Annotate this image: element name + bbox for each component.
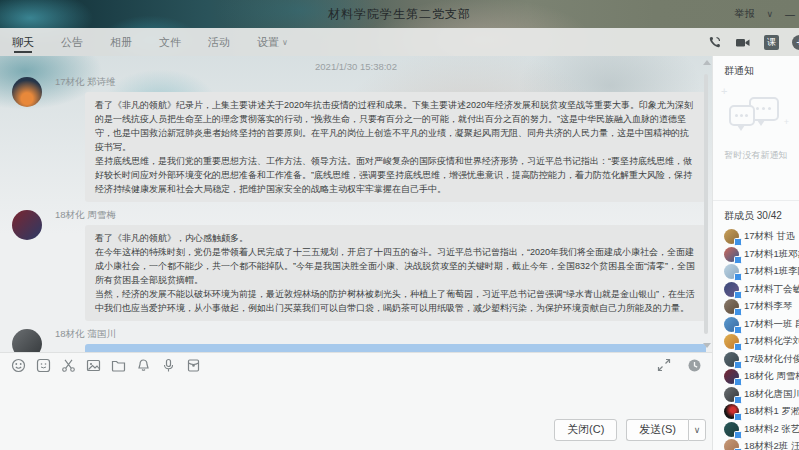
minimize-button[interactable]: —	[785, 9, 795, 20]
member-avatar	[724, 387, 739, 402]
group-notice-empty-state: 暂时没有新通知	[713, 83, 799, 201]
member-list-item[interactable]: 17材料化学刘语	[713, 333, 799, 351]
member-avatar	[724, 229, 739, 244]
message-timestamp: 2021/1/30 15:38:02	[0, 56, 712, 76]
audio-icon[interactable]	[160, 357, 176, 373]
chat-message-selected: 18材化 蒲国川 观看了纪录片《非凡的领航》，让我感触最多的就是：震撼、感动、自…	[85, 328, 706, 352]
member-list-item[interactable]: 18材化唐国川	[713, 386, 799, 404]
member-avatar	[724, 404, 739, 419]
member-avatar	[724, 334, 739, 349]
message-bubble[interactable]: 看了《非凡的领航》纪录片，上集主要讲述关于2020年抗击疫情的过程和成果。下集主…	[85, 92, 706, 202]
member-list-item[interactable]: 17材料1班李阳阳	[713, 263, 799, 281]
send-options-dropdown[interactable]: ∨	[688, 419, 706, 441]
member-avatar	[724, 264, 739, 279]
close-button[interactable]: 关闭(C)	[554, 419, 617, 441]
member-name: 18材料2班 汪文婷	[744, 440, 799, 450]
voice-call-icon[interactable]	[706, 34, 722, 50]
report-button[interactable]: 举报	[734, 7, 754, 21]
chat-message-area: 2021/1/30 15:38:02 17材化 郑诗维 看了《非凡的领航》纪录片…	[0, 56, 712, 352]
group-sidebar: 群通知 暂时没有新通知 群成员 30/42 17材料 甘迅 17材料1班邓鑫鑫 …	[712, 56, 799, 450]
member-avatar	[724, 282, 739, 297]
member-avatar	[724, 369, 739, 384]
member-list-item[interactable]: 17材料李琴	[713, 298, 799, 316]
avatar[interactable]	[12, 329, 42, 352]
member-list: 17材料 甘迅 17材料1班邓鑫鑫 17材料1班李阳阳 17材料丁会敏 17材料…	[713, 228, 799, 450]
member-list-item[interactable]: 18材料2班 汪文婷	[713, 438, 799, 450]
composer-buttons: 关闭(C) 发送(S) ∨	[0, 418, 712, 450]
chat-scrollbar[interactable]	[701, 58, 711, 350]
titlebar: 材料学院学生第二党支部 举报 ∨ —	[0, 0, 799, 28]
tab-activities[interactable]: 活动	[208, 28, 230, 56]
avatar[interactable]	[12, 210, 42, 240]
member-name: 17材料一班 段峰	[744, 318, 799, 331]
member-list-item[interactable]: 17材料一班 段峰	[713, 316, 799, 334]
message-input[interactable]	[2, 377, 710, 418]
emoji-icon[interactable]	[10, 357, 26, 373]
member-name: 18材化 周雪梅	[744, 370, 799, 383]
member-name: 18材料1 罗淞	[744, 405, 799, 418]
message-sender: 17材化 郑诗维	[55, 76, 706, 89]
chevron-down-icon: ∨	[282, 38, 288, 47]
member-avatar	[724, 317, 739, 332]
avatar[interactable]	[12, 77, 42, 107]
member-list-item[interactable]: 18材料2 张艺	[713, 421, 799, 439]
red-packet-icon[interactable]	[185, 357, 201, 373]
group-members-header: 群成员 30/42	[713, 201, 799, 228]
message-bubble[interactable]: 看了《非凡的领航》，内心感触颇多。 在今年这样的特殊时刻，党仍是带领着人民完成了…	[85, 225, 706, 321]
tab-chat[interactable]: 聊天	[12, 28, 34, 56]
member-list-item[interactable]: 17级材化付俊杰	[713, 351, 799, 369]
classroom-icon[interactable]: 课	[764, 35, 779, 50]
message-history-icon[interactable]	[686, 357, 702, 373]
sticker-icon[interactable]	[35, 357, 51, 373]
message-sender: 18材化 蒲国川	[55, 328, 706, 341]
member-name: 17级材化付俊杰	[744, 353, 799, 366]
member-avatar	[724, 299, 739, 314]
tab-files[interactable]: 文件	[159, 28, 181, 56]
member-name: 18材料2 张艺	[744, 423, 799, 436]
image-icon[interactable]	[85, 357, 101, 373]
tab-announcements[interactable]: 公告	[61, 28, 83, 56]
composer: 关闭(C) 发送(S) ∨	[0, 352, 712, 450]
tab-bar: 聊天 公告 相册 文件 活动 设置∨ 课 +	[0, 28, 799, 56]
notice-empty-text: 暂时没有新通知	[713, 149, 799, 162]
tab-album[interactable]: 相册	[110, 28, 132, 56]
member-name: 17材料李琴	[744, 300, 793, 313]
member-list-item[interactable]: 17材料1班邓鑫鑫	[713, 246, 799, 264]
member-name: 17材料 甘迅	[744, 230, 795, 243]
member-list-item[interactable]: 17材料 甘迅	[713, 228, 799, 246]
member-name: 17材料1班邓鑫鑫	[744, 248, 799, 261]
member-list-item[interactable]: 17材料丁会敏	[713, 281, 799, 299]
file-icon[interactable]	[110, 357, 126, 373]
member-name: 17材料丁会敏	[744, 283, 799, 296]
header-photo-banner: 材料学院学生第二党支部 举报 ∨ — 聊天 公告 相册 文件 活动 设置∨ 课	[0, 0, 799, 56]
chevron-down-icon[interactable]: ∨	[766, 9, 773, 19]
scrollbar-thumb[interactable]	[704, 74, 708, 334]
message-bubble[interactable]: 观看了纪录片《非凡的领航》，让我感触最多的就是：震撼、感动、自豪。 新冠肺炎疫情…	[85, 344, 706, 352]
add-icon[interactable]: +	[792, 35, 799, 50]
video-call-icon[interactable]	[735, 34, 751, 50]
screenshot-icon[interactable]	[60, 357, 76, 373]
member-list-item[interactable]: 18材化 周雪梅	[713, 368, 799, 386]
composer-toolbar	[0, 353, 712, 377]
expand-icon[interactable]	[656, 357, 672, 373]
scroll-up-icon[interactable]	[703, 60, 711, 65]
chat-message: 18材化 周雪梅 看了《非凡的领航》，内心感触颇多。 在今年这样的特殊时刻，党仍…	[85, 209, 706, 321]
member-name: 17材料1班李阳阳	[744, 265, 799, 278]
member-list-item[interactable]: 18材料1 罗淞	[713, 403, 799, 421]
member-avatar	[724, 439, 739, 450]
member-name: 17材料化学刘语	[744, 335, 799, 348]
tab-settings[interactable]: 设置∨	[257, 28, 288, 56]
chat-bubble-illustration	[729, 105, 755, 126]
send-button-group: 发送(S) ∨	[626, 419, 706, 441]
send-button[interactable]: 发送(S)	[626, 419, 688, 441]
member-avatar	[724, 247, 739, 262]
group-notice-header: 群通知	[713, 56, 799, 83]
message-sender: 18材化 周雪梅	[55, 209, 706, 222]
member-name: 18材化唐国川	[744, 388, 799, 401]
scroll-down-icon[interactable]	[703, 343, 711, 348]
shake-window-icon[interactable]	[135, 357, 151, 373]
chat-message: 17材化 郑诗维 看了《非凡的领航》纪录片，上集主要讲述关于2020年抗击疫情的…	[85, 76, 706, 202]
chat-window: 材料学院学生第二党支部 举报 ∨ — 聊天 公告 相册 文件 活动 设置∨ 课	[0, 0, 799, 450]
window-title: 材料学院学生第二党支部	[328, 6, 471, 23]
member-avatar	[724, 352, 739, 367]
